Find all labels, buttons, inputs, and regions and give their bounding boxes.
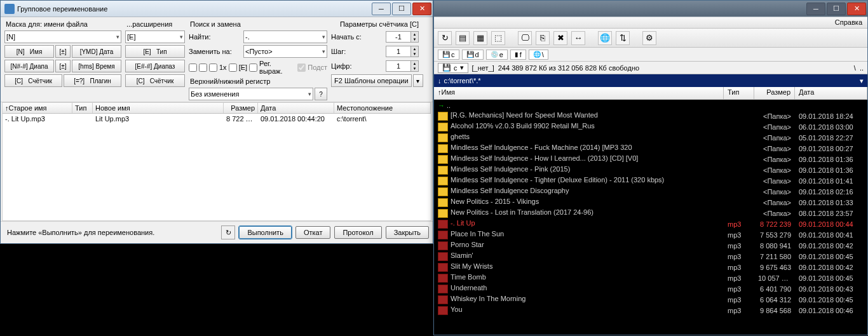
file-row[interactable]: Slamin'mp37 211 58009.01.2018 00:45 xyxy=(434,251,867,262)
file-row[interactable]: Mindless Self Indulgence Discography<Пап… xyxy=(434,186,867,197)
drive-combo[interactable]: 💾 c ▾ xyxy=(438,63,468,73)
chk-unknown2[interactable] xyxy=(199,64,207,72)
tb-ftp-icon[interactable]: ⇅ xyxy=(616,31,630,45)
case-combo[interactable]: Без изменения xyxy=(189,88,313,100)
tb-settings-icon[interactable]: ⚙ xyxy=(642,31,656,45)
file-row[interactable]: Mindless Self Indulgence - How I Learned… xyxy=(434,154,867,165)
file-row[interactable]: New Politics - Lost in Translation (2017… xyxy=(434,208,867,218)
mask-ext-combo[interactable]: [E] xyxy=(125,30,185,43)
templates-button[interactable]: F2 Шаблоны операции xyxy=(331,74,412,87)
tb-grid-icon[interactable]: ▦ xyxy=(473,31,487,45)
drive-d[interactable]: 💾d xyxy=(462,50,484,60)
file-row[interactable]: Place In The Sunmp37 553 27909.01.2018 0… xyxy=(434,229,867,240)
mask-btn-counter[interactable]: [C] Счётчик xyxy=(4,74,62,87)
minimize-button[interactable]: ─ xyxy=(372,3,391,15)
file-row[interactable]: Underneathmp36 401 79009.01.2018 00:43 xyxy=(434,283,867,294)
file-row[interactable]: Porno Starmp38 080 94109.01.2018 00:42 xyxy=(434,240,867,251)
chk-1x[interactable] xyxy=(209,64,217,72)
replace-combo[interactable]: <Пусто> xyxy=(243,45,327,58)
step-down[interactable]: ▼ xyxy=(411,51,418,57)
main-titlebar[interactable]: ─ ☐ ✕ xyxy=(434,1,867,17)
mask-btn-n[interactable]: [N] Имя xyxy=(4,45,54,58)
ext-btn-counter[interactable]: [C] Счётчик xyxy=(125,74,185,87)
reload-button[interactable]: ↻ xyxy=(221,225,235,239)
file-row[interactable]: Whiskey In The Morningmp36 064 31209.01.… xyxy=(434,294,867,305)
file-row[interactable]: Mindless Self Indulgence - Pink (2015)<П… xyxy=(434,165,867,175)
fh-size[interactable]: Размер xyxy=(754,87,795,99)
col-type[interactable]: Тип xyxy=(72,103,93,113)
drive-f[interactable]: ▮f xyxy=(510,50,526,60)
templates-dropdown[interactable]: ▾ xyxy=(413,74,423,87)
start-down[interactable]: ▼ xyxy=(411,37,418,42)
main-close[interactable]: ✕ xyxy=(847,3,866,15)
mask-btn-plugin[interactable]: [=?] Плагин xyxy=(64,74,121,87)
file-row[interactable]: -. Lit Upmp38 722 23909.01.2018 00:44 xyxy=(434,218,867,229)
digits-input[interactable] xyxy=(386,60,411,72)
digits-down[interactable]: ▼ xyxy=(411,66,418,71)
drive-e[interactable]: 💿e xyxy=(486,50,508,60)
ext-btn-range[interactable]: [E#-#] Диапаз xyxy=(125,60,185,72)
path-bar[interactable]: ↓c:\torrent\*.* ▾ xyxy=(434,74,867,87)
ext-btn-e[interactable]: [E] Тип xyxy=(125,45,185,58)
fh-type[interactable]: Тип xyxy=(724,87,754,99)
fh-name[interactable]: ↑Имя xyxy=(434,87,724,99)
log-button[interactable]: Протокол xyxy=(334,226,381,239)
step-up[interactable]: ▲ xyxy=(411,46,418,51)
col-loc[interactable]: Местоположение xyxy=(334,103,431,113)
file-row[interactable]: [R.G. Mechanics] Need for Speed Most Wan… xyxy=(434,111,867,121)
main-minimize[interactable]: ─ xyxy=(806,3,825,15)
tb-network-icon[interactable]: 🌐 xyxy=(598,31,612,45)
chk-e[interactable] xyxy=(229,64,237,72)
drive-net[interactable]: 🌐\ xyxy=(529,50,548,60)
tb-delete-icon[interactable]: ✖ xyxy=(553,31,567,45)
net-indicator[interactable]: \ xyxy=(854,64,856,72)
col-size[interactable]: Размер xyxy=(224,103,258,113)
tb-view-icon[interactable]: 🖵 xyxy=(518,31,532,45)
file-list[interactable]: → .. [R.G. Mechanics] Need for Speed Mos… xyxy=(434,100,867,335)
file-row[interactable]: Yoump39 864 56809.01.2018 00:46 xyxy=(434,305,867,316)
tb-cards-icon[interactable]: ▤ xyxy=(456,31,470,45)
maximize-button[interactable]: ☐ xyxy=(392,3,411,15)
file-row[interactable]: Mindless Self Indulgence - Tighter (Delu… xyxy=(434,175,867,186)
file-row[interactable]: Time Bombmp310 057 88609.01.2018 00:45 xyxy=(434,272,867,283)
file-row[interactable]: Alcohol 120% v2.0.3 Build 9902 Retail Ml… xyxy=(434,121,867,132)
col-old[interactable]: ↑Старое имя xyxy=(3,103,72,113)
chk-regex[interactable] xyxy=(249,64,257,72)
mask-btn-ymd[interactable]: [YMD] Дата xyxy=(72,45,121,58)
grid-row[interactable]: -. Lit Up.mp3 Lit Up.mp3 8 722 239 09.01… xyxy=(3,114,431,124)
help-menu[interactable]: Справка xyxy=(835,18,862,26)
file-row[interactable]: New Politics - 2015 - Vikings<Папка>09.0… xyxy=(434,197,867,208)
tb-move-icon[interactable]: ↔ xyxy=(571,31,585,45)
mask-filename-combo[interactable]: [N] xyxy=(4,30,121,43)
mask-btn-range[interactable]: [N#-#] Диапа xyxy=(4,60,54,72)
case-help-button[interactable]: ? xyxy=(315,88,327,100)
path-dropdown-icon[interactable]: ▾ xyxy=(860,77,864,85)
dialog-titlebar[interactable]: Групповое переименование ─ ☐ ✕ xyxy=(1,1,433,17)
close-dialog-button[interactable]: Закрыть xyxy=(386,226,429,239)
mask-btn-hms[interactable]: [hms] Время xyxy=(72,60,121,72)
main-maximize[interactable]: ☐ xyxy=(827,3,846,15)
file-row[interactable]: Slit My Wristsmp39 675 46309.01.2018 00:… xyxy=(434,262,867,272)
drive-c[interactable]: 💾c xyxy=(438,50,459,60)
digits-up[interactable]: ▲ xyxy=(411,61,418,66)
file-row[interactable]: Mindless Self Indulgence - Fuck Machine … xyxy=(434,143,867,154)
mask-btn-plusminus1[interactable]: [±] xyxy=(55,45,71,58)
run-button[interactable]: Выполнить xyxy=(239,226,291,239)
start-up[interactable]: ▲ xyxy=(411,32,418,37)
tb-tree-icon[interactable]: ⬚ xyxy=(491,31,505,45)
tb-copy-icon[interactable]: ⎘ xyxy=(536,31,550,45)
tb-refresh-icon[interactable]: ↻ xyxy=(438,31,452,45)
file-row[interactable]: ghetts<Папка>05.01.2018 22:27 xyxy=(434,132,867,143)
up-dir-row[interactable]: → .. xyxy=(434,100,867,111)
dots[interactable]: .. xyxy=(860,64,864,72)
close-button[interactable]: ✕ xyxy=(412,3,431,15)
chk-unknown1[interactable] xyxy=(189,64,197,72)
find-combo[interactable]: -. xyxy=(243,30,327,43)
undo-button[interactable]: Откат xyxy=(295,226,331,239)
start-input[interactable] xyxy=(386,31,411,43)
col-date[interactable]: Дата xyxy=(258,103,334,113)
mask-btn-plusminus2[interactable]: [±] xyxy=(55,60,71,72)
fh-date[interactable]: Дата xyxy=(795,87,867,99)
col-new[interactable]: Новое имя xyxy=(93,103,224,113)
step-input[interactable] xyxy=(386,46,411,57)
